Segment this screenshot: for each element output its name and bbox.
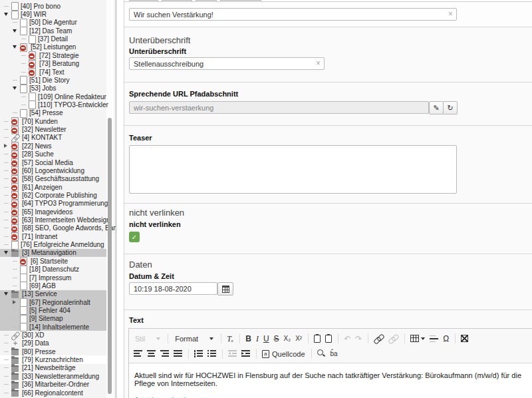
ordered-list-button[interactable] xyxy=(192,348,205,360)
tree-row[interactable]: [21] Newsbeiträge xyxy=(0,364,106,372)
recalculate-slug-button[interactable]: ↻ xyxy=(443,101,458,114)
indent-button[interactable] xyxy=(239,348,252,360)
collapse-toggle-icon[interactable] xyxy=(4,249,11,257)
strikethrough-button[interactable]: S xyxy=(272,333,281,345)
align-justify-button[interactable] xyxy=(172,348,184,360)
source-button[interactable]: Quellcode xyxy=(260,348,307,360)
tree-row[interactable]: [69] AGB xyxy=(0,282,106,290)
clear-icon[interactable]: × xyxy=(448,9,453,19)
tree-row[interactable]: [80] Presse xyxy=(0,347,106,355)
toolbar-button-label: Quellcode xyxy=(272,350,305,358)
tree-row[interactable]: [51] Die Story xyxy=(0,76,106,84)
tree-scrollbar-thumb[interactable] xyxy=(108,118,112,394)
format-select[interactable]: Format xyxy=(172,333,217,345)
underline-button[interactable]: U xyxy=(261,333,271,345)
clear-icon[interactable]: × xyxy=(316,59,321,68)
tree-row[interactable]: [12] Das Team xyxy=(0,27,106,35)
align-center-button[interactable] xyxy=(145,348,158,360)
special-character-button[interactable]: Ω xyxy=(441,333,451,345)
tree-row[interactable]: [22] News xyxy=(0,142,106,150)
datepicker-button[interactable] xyxy=(217,282,233,296)
link-button[interactable] xyxy=(372,333,386,345)
paste-as-text-button[interactable] xyxy=(323,333,334,345)
slug-input[interactable]: wir-suchen-verstaerkung xyxy=(129,101,429,114)
edit-slug-button[interactable]: ✎ xyxy=(429,101,444,114)
hidden-page-icon xyxy=(11,183,19,191)
tree-row[interactable]: [74] Text xyxy=(0,68,106,76)
tree-row[interactable]: [70] Kunden xyxy=(0,117,106,125)
tree-row[interactable]: [64] TYPO3 Programmierung xyxy=(0,200,106,208)
paste-from-word-button[interactable] xyxy=(312,333,323,345)
tree-row[interactable]: [73] Beratung xyxy=(0,60,106,68)
tree-row[interactable]: [72] Strategie xyxy=(0,51,106,59)
remove-format-button[interactable]: Tₓ xyxy=(225,333,235,345)
tree-row[interactable]: [52] Leistungen xyxy=(0,43,106,51)
tree-row[interactable]: [40] Pro bono xyxy=(0,2,106,10)
superscript-button[interactable]: X² xyxy=(293,333,304,345)
maximize-button[interactable] xyxy=(459,333,470,345)
tree-row[interactable]: [62] Corporate Publishing xyxy=(0,191,106,199)
italic-button[interactable]: I xyxy=(254,333,261,345)
unlink-button[interactable] xyxy=(386,333,400,345)
headline-input[interactable]: Wir suchen Verstärkung! × xyxy=(129,8,457,21)
tree-row[interactable]: [65] Imagevideos xyxy=(0,208,106,216)
tree-row[interactable]: [18] Datenschutz xyxy=(0,266,106,274)
bold-button[interactable]: B xyxy=(243,333,253,345)
tree-row[interactable]: [76] Erfolgreiche Anmeldung xyxy=(0,240,106,248)
tree-row[interactable]: [5] Fehler 404 xyxy=(0,306,106,314)
collapse-toggle-icon[interactable] xyxy=(4,11,11,19)
tree-row[interactable]: [68] SEO, Google Adwords, Banner xyxy=(0,224,106,232)
collapse-toggle-icon[interactable] xyxy=(4,290,11,298)
no-link-checkbox[interactable]: ✓ xyxy=(129,232,140,242)
tree-row[interactable]: [3] Metanavigation xyxy=(0,249,106,257)
tree-row[interactable]: [37] Detail xyxy=(0,35,106,43)
tree-row[interactable]: [7] Impressum xyxy=(0,274,106,282)
align-left-button[interactable] xyxy=(132,348,144,360)
subscript-button[interactable]: X₂ xyxy=(282,333,293,345)
tree-row[interactable]: [79] Kurznachrichten xyxy=(0,355,106,363)
tree-row[interactable]: [60] Logoentwicklung xyxy=(0,166,106,174)
tree-row[interactable]: [30] XD xyxy=(0,331,106,339)
tree-row[interactable]: ÷[29] Data xyxy=(0,339,106,347)
unordered-list-button[interactable] xyxy=(205,348,218,360)
tree-row[interactable]: [109] Online Redakteur xyxy=(0,93,106,100)
align-right-button[interactable] xyxy=(158,348,171,360)
tree-row[interactable]: [54] Presse xyxy=(0,109,106,117)
tree-row[interactable]: [71] Intranet xyxy=(0,232,106,240)
collapse-toggle-icon[interactable] xyxy=(13,85,20,93)
rte-content-area[interactable]: Aktuell sind wir für HOCHZWEI in Flensbu… xyxy=(129,363,532,398)
tree-row[interactable]: [57] Social Media xyxy=(0,158,106,166)
tree-row[interactable]: [58] Geschäftsausstattung xyxy=(0,175,106,183)
outdent-button[interactable] xyxy=(226,348,239,360)
glyph: X² xyxy=(295,335,302,342)
tree-row[interactable]: [33] Newsletteranmeldung xyxy=(0,372,106,380)
horizontal-line-button[interactable] xyxy=(428,333,440,345)
teaser-textarea[interactable] xyxy=(129,145,457,194)
tree-row[interactable]: [49] WIR xyxy=(0,10,106,18)
collapse-toggle-icon[interactable] xyxy=(13,27,20,35)
tree-row[interactable]: [36] Mitarbeiter-Ordner xyxy=(0,381,106,389)
undo-button[interactable]: ↶ xyxy=(342,333,352,345)
tree-row[interactable]: [6] Startseite xyxy=(0,257,106,265)
tree-row[interactable]: [61] Anzeigen xyxy=(0,183,106,191)
tree-row[interactable]: [28] Suche xyxy=(0,150,106,158)
datetime-input[interactable]: 10:19 18-08-2020 xyxy=(129,282,217,295)
search-button[interactable] xyxy=(315,348,328,360)
tree-row[interactable]: [63] Internetseiten Webdesign xyxy=(0,216,106,224)
subheader-input[interactable]: Stellenausschreibung × xyxy=(129,57,325,70)
tree-row[interactable]: [110] TYPO3-Entwickler xyxy=(0,100,106,108)
tree-row[interactable]: [4] KONTAKT xyxy=(0,134,106,142)
tree-row[interactable]: [53] Jobs xyxy=(0,85,106,93)
style-select[interactable]: Stil xyxy=(132,333,164,345)
tree-row[interactable]: [66] Regionalcontent xyxy=(0,389,106,397)
tree-row[interactable]: [9] Sitemap xyxy=(0,315,106,323)
tree-row[interactable]: [67] Regionalerinhalt xyxy=(0,298,106,306)
tree-row[interactable]: [32] Newsletter xyxy=(0,125,106,133)
expand-toggle-icon[interactable] xyxy=(13,298,20,306)
table-button[interactable] xyxy=(408,333,427,345)
tree-row[interactable]: [13] Service xyxy=(0,290,106,298)
tree-row[interactable]: [14] Inhaltselemente xyxy=(0,323,106,331)
replace-button[interactable]: b̂a xyxy=(329,348,340,360)
redo-button[interactable]: ↷ xyxy=(353,333,364,345)
tree-row[interactable]: [50] Die Agentur xyxy=(0,19,106,27)
